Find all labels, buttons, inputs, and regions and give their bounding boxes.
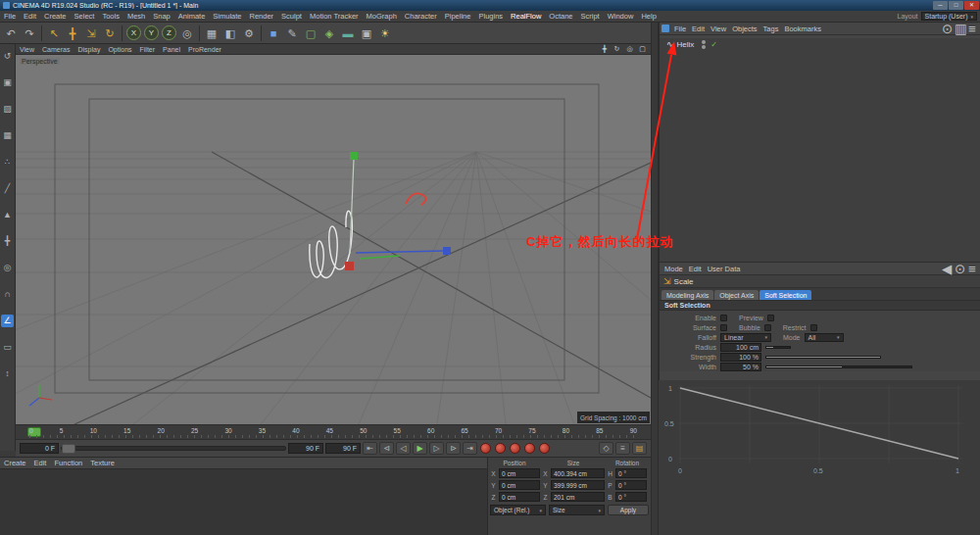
record-position-icon[interactable] [510,443,520,454]
om-menu-file[interactable]: File [671,24,689,33]
timeline-scrollbar-handle[interactable] [62,444,75,454]
enable-checkbox[interactable] [720,315,727,321]
menu-window[interactable]: Window [604,12,638,21]
model-mode-icon[interactable]: ▣ [1,76,14,89]
layout-select[interactable]: Startup (User) [921,12,977,21]
add-light-icon[interactable]: ☀ [376,24,394,42]
mm-menu-function[interactable]: Function [50,459,86,467]
goto-end-icon[interactable]: ⇥ [463,442,477,455]
live-selection-icon[interactable]: ↖ [45,24,63,42]
texture-mode-icon[interactable]: ▨ [1,103,14,116]
menu-render[interactable]: Render [246,12,278,21]
lock-y-axis-icon[interactable]: Y [144,25,159,40]
enable-axis-icon[interactable]: ╋ [1,235,14,248]
bubble-checkbox[interactable] [764,324,771,331]
close-icon[interactable]: ✕ [964,1,979,10]
end-frame-field[interactable]: 90 F [288,443,323,454]
render-settings-icon[interactable]: ⚙ [240,24,258,42]
menu-file[interactable]: File [0,12,20,21]
vp-menu-cameras[interactable]: Cameras [38,46,74,53]
keyframe-selection-icon[interactable]: ◇ [599,442,613,455]
size-mode-select[interactable]: Size [549,505,605,515]
am-menu-user-data[interactable]: User Data [705,265,744,273]
restrict-checkbox[interactable] [810,324,817,331]
strength-field[interactable]: 100 % [720,353,761,362]
play-icon[interactable]: ▶ [413,442,427,455]
add-cube-icon[interactable]: ■ [265,24,282,42]
vp-menu-options[interactable]: Options [104,46,135,53]
record-scale-icon[interactable] [524,443,535,454]
pos-x-field[interactable]: 0 cm [499,468,540,478]
menu-mesh[interactable]: Mesh [123,12,149,21]
minimize-icon[interactable]: ─ [933,1,948,10]
axis-center-handle[interactable] [345,262,354,270]
rotate-icon[interactable]: ↻ [101,24,119,42]
next-frame-icon[interactable]: ▷ [429,442,444,455]
viewport-maximize-icon[interactable]: ▢ [636,44,649,54]
tab-object-axis[interactable]: Object Axis [714,290,759,300]
goto-start-icon[interactable]: ⇤ [363,442,377,455]
mm-menu-edit[interactable]: Edit [30,459,51,467]
menu-motion-tracker[interactable]: Motion Tracker [306,12,363,21]
am-search-icon[interactable]: ⊙ [955,262,964,276]
strength-slider[interactable] [765,356,881,359]
object-item-label[interactable]: Helix [677,40,695,49]
make-editable-icon[interactable]: ↺ [1,50,14,63]
subdivision-surface-icon[interactable]: ▢ [302,24,319,42]
prev-frame-icon[interactable]: ◁ [396,442,411,455]
menu-snap[interactable]: Snap [149,12,174,21]
om-menu-edit[interactable]: Edit [689,24,708,33]
vp-menu-prorender[interactable]: ProRender [184,46,225,53]
menu-mograph[interactable]: MoGraph [363,12,401,21]
mm-menu-create[interactable]: Create [0,459,30,467]
add-spline-icon[interactable]: ✎ [283,24,301,42]
om-menu-tags[interactable]: Tags [760,24,782,33]
viewport-pan-icon[interactable]: ╋ [598,44,611,54]
menu-select[interactable]: Select [71,12,99,21]
redo-icon[interactable]: ↷ [21,24,38,42]
visibility-toggle-icon[interactable] [702,40,706,49]
menu-pipeline[interactable]: Pipeline [441,12,475,21]
vp-menu-panel[interactable]: Panel [159,46,184,53]
am-menu-edit[interactable]: Edit [686,265,705,273]
soft-selection-section-header[interactable]: Soft Selection [660,300,980,311]
add-camera-icon[interactable]: ▣ [358,24,375,42]
menu-sculpt[interactable]: Sculpt [277,12,306,21]
timeline-options-icon[interactable]: ▤ [632,442,647,455]
enable-check-icon[interactable]: ✓ [710,40,717,49]
menu-realflow[interactable]: RealFlow [507,12,545,21]
menu-simulate[interactable]: Simulate [209,12,245,21]
record-keyframe-icon[interactable] [480,443,491,454]
render-view-icon[interactable]: ▦ [203,24,220,42]
apply-button[interactable]: Apply [608,505,649,515]
object-list[interactable]: ∿ Helix ✓ [660,38,980,263]
om-menu-view[interactable]: View [708,24,729,33]
rot-p-field[interactable]: 0 ° [615,480,647,490]
rot-h-field[interactable]: 0 ° [615,468,647,478]
scale-icon[interactable]: ⇲ [82,24,100,42]
viewport-camera-label[interactable]: Perspective [20,58,60,65]
radius-slider[interactable] [765,346,791,349]
tab-modeling-axis[interactable]: Modeling Axis [662,290,713,300]
om-filter-icon[interactable]: ▥ [955,22,964,36]
falloff-select[interactable]: Linear [720,333,771,342]
menu-octane[interactable]: Octane [545,12,576,21]
tab-soft-selection[interactable]: Soft Selection [760,290,811,300]
om-menu-objects[interactable]: Objects [729,24,760,33]
playback-options-icon[interactable]: ≡ [615,442,630,455]
om-search-icon[interactable]: ⊙ [942,22,952,36]
max-frame-field[interactable]: 90 F [325,443,361,454]
am-history-back-icon[interactable]: ◀ [942,262,952,276]
preview-checkbox[interactable] [767,315,774,321]
vp-menu-filter[interactable]: Filter [136,46,160,53]
add-generator-icon[interactable]: ◈ [320,24,338,42]
om-options-icon[interactable]: ≡ [967,22,977,36]
lock-z-axis-icon[interactable]: Z [162,25,176,40]
object-item-helix[interactable]: ∿ Helix ✓ [660,38,980,50]
rot-b-field[interactable]: 0 ° [615,492,647,502]
size-z-field[interactable]: 201 cm [551,492,605,502]
viewport-zoom-icon[interactable]: ◎ [623,44,636,54]
radius-field[interactable]: 100 cm [720,343,761,352]
om-menu-bookmarks[interactable]: Bookmarks [781,24,824,33]
menu-create[interactable]: Create [40,12,71,21]
